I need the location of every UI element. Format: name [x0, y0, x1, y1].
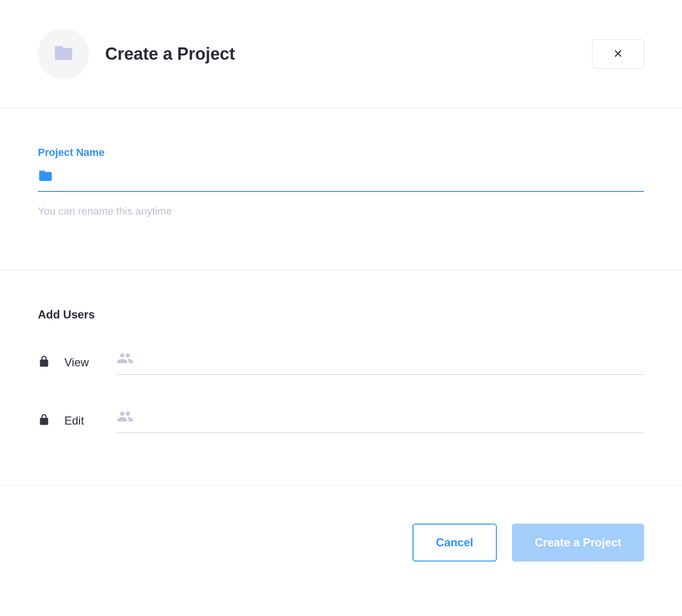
modal-header: Create a Project	[0, 0, 682, 109]
header-left: Create a Project	[38, 28, 235, 80]
users-input-wrap-edit	[117, 408, 644, 433]
create-project-modal: Create a Project Project Name You can re…	[0, 0, 682, 599]
project-name-section: Project Name You can rename this anytime	[0, 109, 682, 270]
lock-icon	[38, 355, 50, 370]
lock-icon	[38, 414, 50, 428]
folder-icon	[38, 168, 53, 185]
add-users-title: Add Users	[38, 308, 644, 321]
permission-label-edit: Edit	[64, 414, 102, 427]
project-name-label: Project Name	[38, 146, 644, 159]
header-icon-circle	[38, 28, 89, 80]
create-project-button[interactable]: Create a Project	[512, 524, 644, 562]
edit-users-input[interactable]	[139, 412, 644, 423]
close-button[interactable]	[592, 39, 644, 69]
project-name-input[interactable]	[60, 171, 644, 183]
modal-footer: Cancel Create a Project	[0, 486, 682, 599]
modal-title: Create a Project	[105, 44, 235, 64]
users-input-wrap-view	[117, 350, 644, 375]
close-icon	[612, 48, 624, 61]
cancel-button[interactable]: Cancel	[413, 524, 497, 562]
project-name-input-row	[38, 168, 644, 192]
add-users-section: Add Users View Edit	[0, 270, 682, 486]
users-icon	[117, 408, 134, 427]
permission-row-view: View	[38, 350, 644, 375]
permission-label-view: View	[64, 356, 102, 369]
view-users-input[interactable]	[139, 354, 644, 365]
project-name-helper: You can rename this anytime	[38, 205, 644, 217]
permission-row-edit: Edit	[38, 408, 644, 433]
users-icon	[117, 350, 134, 369]
folder-icon	[53, 43, 74, 65]
